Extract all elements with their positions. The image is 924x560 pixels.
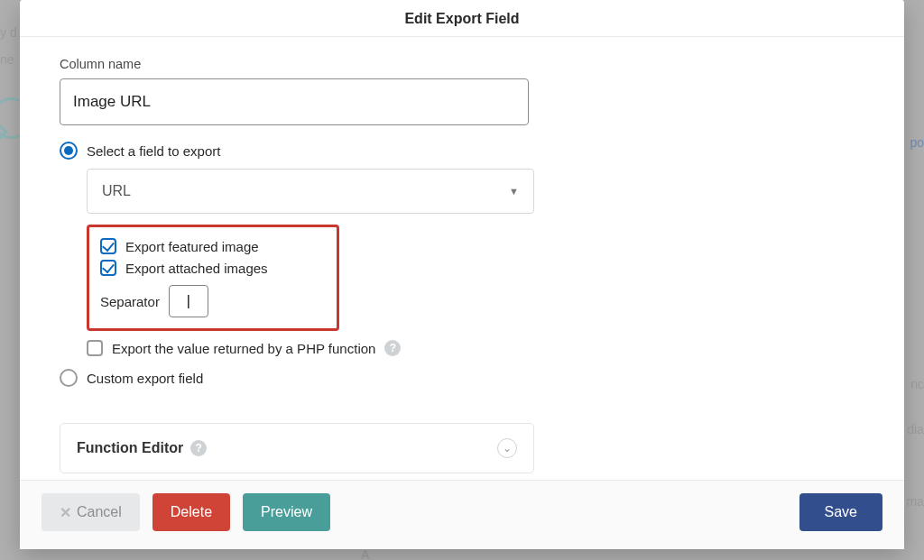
modal-backdrop: y d ne po nc dia ma A Edit Export Field … <box>0 0 924 560</box>
checkbox-export-featured[interactable] <box>100 238 116 254</box>
separator-input[interactable] <box>169 285 208 317</box>
cancel-button-label: Cancel <box>77 504 122 520</box>
image-export-options-highlight: Export featured image Export attached im… <box>87 225 339 331</box>
bg-fragment: po <box>910 135 924 150</box>
checkbox-php-function[interactable] <box>87 340 103 356</box>
custom-export-radio-row[interactable]: Custom export field <box>60 369 864 387</box>
modal-title: Edit Export Field <box>20 0 904 37</box>
function-editor-label: Function Editor <box>77 440 183 456</box>
custom-export-radio-label: Custom export field <box>87 371 203 386</box>
checkbox-export-attached[interactable] <box>100 260 116 276</box>
export-field-dropdown-value: URL <box>102 183 131 199</box>
column-name-label: Column name <box>60 57 864 71</box>
help-icon[interactable]: ? <box>384 340 401 356</box>
chevron-down-icon: ▼ <box>509 186 519 197</box>
php-function-row[interactable]: Export the value returned by a PHP funct… <box>87 340 864 356</box>
radio-custom-export[interactable] <box>60 369 78 387</box>
php-function-label: Export the value returned by a PHP funct… <box>112 341 375 356</box>
bg-fragment: nc <box>910 377 924 391</box>
export-attached-label: Export attached images <box>125 261 268 276</box>
modal-footer: ✕ Cancel Delete Preview Save <box>20 480 904 549</box>
select-field-radio-row[interactable]: Select a field to export <box>60 142 864 160</box>
export-featured-label: Export featured image <box>125 239 259 254</box>
save-button[interactable]: Save <box>799 493 882 531</box>
preview-button-label: Preview <box>261 504 312 520</box>
bg-fragment: dia <box>907 422 924 436</box>
bg-fragment: A <box>361 547 369 560</box>
edit-export-field-modal: Edit Export Field Column name Select a f… <box>20 0 904 549</box>
function-editor-accordion[interactable]: Function Editor ? ⌄ <box>60 423 534 473</box>
column-name-input[interactable] <box>60 78 529 125</box>
chevron-down-icon: ⌄ <box>497 438 517 458</box>
export-attached-row[interactable]: Export attached images <box>100 260 326 276</box>
separator-label: Separator <box>100 294 160 309</box>
delete-button[interactable]: Delete <box>152 493 230 531</box>
bg-fragment: ne <box>0 52 14 67</box>
bg-fragment: ma <box>907 494 924 509</box>
select-field-radio-label: Select a field to export <box>87 143 220 159</box>
preview-button[interactable]: Preview <box>243 493 330 531</box>
delete-button-label: Delete <box>171 504 212 520</box>
modal-body: Column name Select a field to export URL… <box>20 37 904 480</box>
export-field-dropdown[interactable]: URL ▼ <box>87 169 534 214</box>
export-featured-row[interactable]: Export featured image <box>100 238 326 254</box>
save-button-label: Save <box>825 504 857 520</box>
bg-fragment: y d <box>0 25 17 40</box>
radio-select-field[interactable] <box>60 142 78 160</box>
help-icon[interactable]: ? <box>190 440 207 456</box>
cancel-button[interactable]: ✕ Cancel <box>42 493 140 531</box>
close-icon: ✕ <box>60 504 71 521</box>
